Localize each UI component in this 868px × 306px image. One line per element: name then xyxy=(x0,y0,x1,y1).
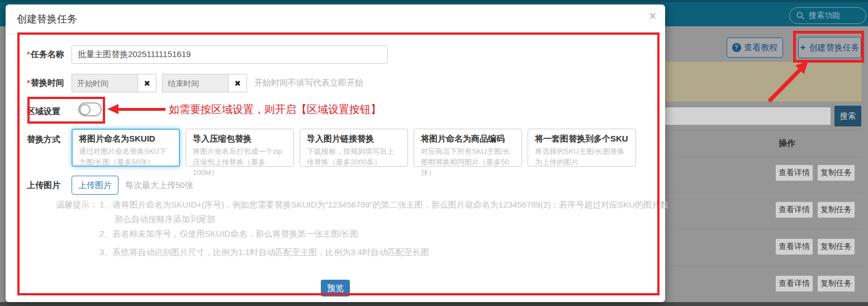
view-detail-button[interactable]: 查看详情 xyxy=(775,201,813,218)
method-card-link[interactable]: 导入图片链接替换 下载模板，按规则填写后上传替换（最多2000条） xyxy=(300,129,408,167)
toggle-knob xyxy=(79,104,91,115)
copy-task-button[interactable]: 复制任务 xyxy=(817,201,855,218)
view-detail-button[interactable]: 查看详情 xyxy=(775,238,813,255)
copy-task-button[interactable]: 复制任务 xyxy=(817,238,855,255)
modal-header-divider xyxy=(6,34,665,34)
replace-time-label: *替换时间 xyxy=(27,78,64,88)
global-search-placeholder: 搜索功能 xyxy=(809,11,840,21)
question-circle-icon: ? xyxy=(732,43,741,52)
clear-start-time-icon[interactable]: ✖ xyxy=(137,74,156,92)
tip-line: 1、请将图片命名为SKUID+(序号)，例如您需要替换SKUID为“123456… xyxy=(99,200,668,210)
table-divider xyxy=(662,229,862,229)
replace-method-label: 替换方式 xyxy=(27,134,60,145)
view-detail-button[interactable]: 查看详情 xyxy=(775,164,813,181)
create-replace-task-button[interactable]: + 创建替换任务 xyxy=(798,37,861,58)
upload-image-button[interactable]: 上传图片 xyxy=(72,176,118,195)
start-time-group: ✖ xyxy=(72,74,156,92)
notice-panel xyxy=(662,62,862,102)
region-setting-toggle[interactable] xyxy=(78,102,102,116)
method-cards: 将图片命名为SKUID 通过对图片命名替换SKU下主图/长图（最多50张） 导入… xyxy=(72,129,636,167)
global-search-input[interactable]: 搜索功能 xyxy=(789,7,866,24)
end-time-group: ✖ xyxy=(162,74,247,92)
method-card-sku-id[interactable]: 将图片命名为SKUID 通过对图片命名替换SKU下主图/长图（最多50张） xyxy=(72,129,180,167)
preview-button[interactable]: 预览 xyxy=(321,280,350,296)
task-name-input[interactable] xyxy=(72,45,388,64)
search-button[interactable]: 搜索 xyxy=(834,106,861,126)
close-icon[interactable]: × xyxy=(649,10,656,22)
view-tutorial-label: 查看教程 xyxy=(744,43,778,53)
copy-task-button[interactable]: 复制任务 xyxy=(817,275,855,292)
page-bottom-strip xyxy=(0,302,868,306)
table-divider xyxy=(662,192,862,192)
method-card-product-code[interactable]: 将图片命名为商品编码 对应商品下所有SKU主图/长图都替换相同图片（最多50张） xyxy=(414,129,522,167)
end-time-input[interactable] xyxy=(162,74,228,92)
page: 搜索功能 ? 查看教程 + 创建替换任务 搜索 操作 查看详情 复制任务 查看详… xyxy=(0,0,868,306)
required-asterisk: * xyxy=(27,78,30,87)
tip-line: 那么自动按顺序添加到尾部 xyxy=(115,214,215,225)
task-name-label: *任务名称 xyxy=(27,49,64,60)
view-tutorial-button[interactable]: ? 查看教程 xyxy=(727,37,783,58)
operation-column-header: 操作 xyxy=(779,138,795,149)
search-icon xyxy=(796,12,804,20)
create-replace-task-label: 创建替换任务 xyxy=(809,43,859,53)
clear-end-time-icon[interactable]: ✖ xyxy=(228,74,247,92)
method-card-zip[interactable]: 导入压缩包替换 将图片命名后打包成一个zip压缩包上传替换（最多100M） xyxy=(186,129,294,167)
start-time-input[interactable] xyxy=(72,74,137,92)
table-divider xyxy=(662,157,862,157)
required-asterisk: * xyxy=(27,49,30,59)
upload-hint: 每次最大上传50张 xyxy=(125,180,193,191)
create-task-modal: 创建替换任务 × *任务名称 *替换时间 ✖ ✖ 开始时间不填写代表立即开始 区… xyxy=(6,4,665,302)
tip-line: 2、若名称未加序号，仅使用SKUID命名，那么将替换第一张主图/长图 xyxy=(99,229,358,239)
region-setting-label: 区域设置 xyxy=(27,106,60,117)
method-card-multi-sku[interactable]: 将一套图替换到多个SKU 将选择的SKU主图/长图替换为上传的图片 xyxy=(528,129,636,167)
copy-task-button[interactable]: 复制任务 xyxy=(817,164,855,181)
time-hint: 开始时间不填写代表立即开始 xyxy=(254,78,363,88)
table-divider xyxy=(662,266,862,266)
task-search-input[interactable] xyxy=(662,107,831,125)
tips-prefix: 温馨提示： xyxy=(56,200,98,210)
tip-line: 3、系统将自动识别图片尺寸，比例为1:1时自动匹配至主图，比例为3:4时自动匹配… xyxy=(99,247,429,258)
modal-title: 创建替换任务 xyxy=(17,12,77,26)
view-detail-button[interactable]: 查看详情 xyxy=(775,275,813,292)
plus-icon: + xyxy=(800,42,806,53)
upload-image-label: 上传图片 xyxy=(27,180,60,191)
search-button-label: 搜索 xyxy=(840,111,856,121)
